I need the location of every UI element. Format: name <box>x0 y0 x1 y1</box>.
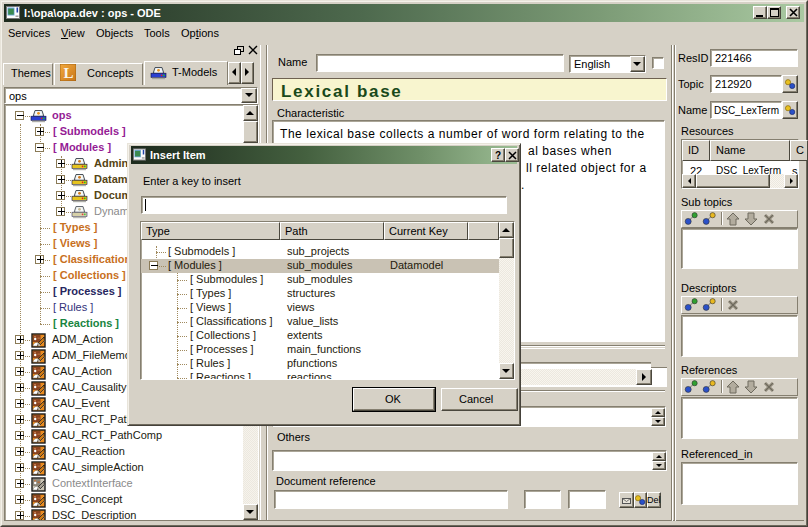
svg-text:L: L <box>63 65 73 81</box>
